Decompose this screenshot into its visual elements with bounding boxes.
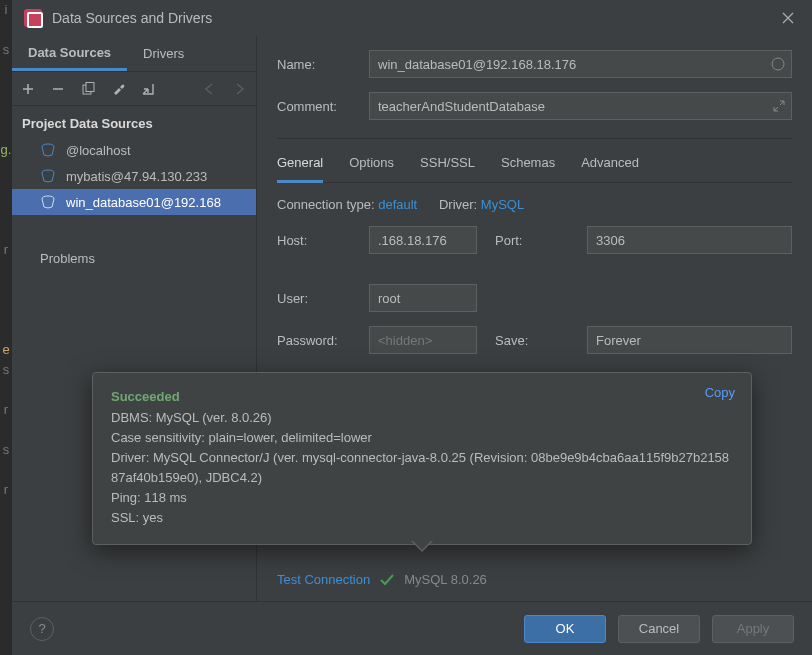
comment-input[interactable]: teacherAndStudentDatabase	[369, 92, 792, 120]
copy-link[interactable]: Copy	[705, 385, 735, 400]
user-label: User:	[277, 291, 369, 306]
tab-label: Advanced	[581, 155, 639, 170]
tab-label: Schemas	[501, 155, 555, 170]
section-header: Project Data Sources	[12, 110, 256, 137]
problems-label: Problems	[40, 251, 95, 266]
expand-icon[interactable]	[773, 100, 785, 112]
tab-label: General	[277, 155, 323, 170]
password-input[interactable]: <hidden>	[369, 326, 477, 354]
reset-color-icon[interactable]	[771, 57, 785, 71]
cancel-button[interactable]: Cancel	[618, 615, 700, 643]
button-label: OK	[556, 621, 575, 636]
name-input[interactable]: win_database01@192.168.18.176	[369, 50, 792, 78]
tab-label: SSH/SSL	[420, 155, 475, 170]
driver-link[interactable]: MySQL	[481, 197, 524, 212]
host-label: Host:	[277, 233, 369, 248]
data-source-label: mybatis@47.94.130.233	[66, 169, 207, 184]
popup-line: Driver: MySQL Connector/J (ver. mysql-co…	[111, 448, 733, 488]
svg-point-2	[772, 58, 784, 70]
tab-advanced[interactable]: Advanced	[581, 149, 639, 182]
host-input[interactable]: .168.18.176	[369, 226, 477, 254]
ok-button[interactable]: OK	[524, 615, 606, 643]
tab-general[interactable]: General	[277, 149, 323, 183]
name-label: Name:	[277, 57, 369, 72]
button-label: Apply	[737, 621, 770, 636]
sidebar-tabs: Data Sources Drivers	[12, 36, 256, 72]
password-label: Password:	[277, 333, 369, 348]
comment-value: teacherAndStudentDatabase	[378, 99, 545, 114]
status-text: Succeeded	[111, 389, 733, 404]
dialog-footer: ? OK Cancel Apply	[12, 601, 812, 655]
sidebar-toolbar	[12, 72, 256, 106]
forward-button[interactable]	[232, 81, 248, 97]
tab-data-sources[interactable]: Data Sources	[12, 36, 127, 71]
connection-type-link[interactable]: default	[378, 197, 417, 212]
svg-rect-1	[86, 83, 94, 92]
popup-line: SSL: yes	[111, 508, 733, 528]
port-value: 3306	[596, 233, 625, 248]
password-placeholder: <hidden>	[378, 333, 432, 348]
config-tabs: General Options SSH/SSL Schemas Advanced	[277, 149, 792, 183]
apply-button[interactable]: Apply	[712, 615, 794, 643]
user-value: root	[378, 291, 400, 306]
popup-line: Ping: 118 ms	[111, 488, 733, 508]
host-value: .168.18.176	[378, 233, 447, 248]
save-value: Forever	[596, 333, 641, 348]
window-title: Data Sources and Drivers	[52, 10, 776, 26]
separator	[277, 138, 792, 139]
port-input[interactable]: 3306	[587, 226, 792, 254]
connection-type-label: Connection type:	[277, 197, 375, 212]
data-source-item[interactable]: win_database01@192.168	[12, 189, 256, 215]
data-source-label: win_database01@192.168	[66, 195, 221, 210]
remove-button[interactable]	[50, 81, 66, 97]
settings-button[interactable]	[110, 81, 126, 97]
name-value: win_database01@192.168.18.176	[378, 57, 576, 72]
tab-drivers[interactable]: Drivers	[127, 36, 200, 71]
app-icon	[24, 9, 42, 27]
add-button[interactable]	[20, 81, 36, 97]
save-select[interactable]: Forever	[587, 326, 792, 354]
tab-options[interactable]: Options	[349, 149, 394, 182]
editor-gutter: i s g. r es r s r	[0, 0, 12, 655]
test-result-popup: Copy Succeeded DBMS: MySQL (ver. 8.0.26)…	[92, 372, 752, 545]
close-icon	[782, 12, 794, 24]
database-icon	[40, 169, 58, 183]
tab-label: Options	[349, 155, 394, 170]
comment-label: Comment:	[277, 99, 369, 114]
database-icon	[40, 195, 58, 209]
copy-button[interactable]	[80, 81, 96, 97]
close-button[interactable]	[776, 6, 800, 30]
connection-info: Connection type: default Driver: MySQL	[277, 197, 792, 212]
help-button[interactable]: ?	[30, 617, 54, 641]
tab-label: Drivers	[143, 46, 184, 61]
make-global-button[interactable]	[140, 81, 156, 97]
driver-label: Driver:	[439, 197, 477, 212]
popup-line: Case sensitivity: plain=lower, delimited…	[111, 428, 733, 448]
data-source-label: @localhost	[66, 143, 131, 158]
tab-schemas[interactable]: Schemas	[501, 149, 555, 182]
test-connection-row: Test Connection MySQL 8.0.26	[277, 560, 792, 601]
title-bar: Data Sources and Drivers	[12, 0, 812, 36]
check-icon	[380, 574, 394, 586]
popup-line: DBMS: MySQL (ver. 8.0.26)	[111, 408, 733, 428]
button-label: Cancel	[639, 621, 679, 636]
data-sources-dialog: Data Sources and Drivers Data Sources Dr…	[12, 0, 812, 655]
data-source-item[interactable]: @localhost	[12, 137, 256, 163]
problems-item[interactable]: Problems	[12, 245, 256, 271]
tab-label: Data Sources	[28, 45, 111, 60]
back-button[interactable]	[202, 81, 218, 97]
save-label: Save:	[495, 333, 587, 348]
user-input[interactable]: root	[369, 284, 477, 312]
database-icon	[40, 143, 58, 157]
port-label: Port:	[495, 233, 587, 248]
data-source-item[interactable]: mybatis@47.94.130.233	[12, 163, 256, 189]
test-connection-link[interactable]: Test Connection	[277, 572, 370, 587]
driver-version: MySQL 8.0.26	[404, 572, 487, 587]
tab-ssh-ssl[interactable]: SSH/SSL	[420, 149, 475, 182]
